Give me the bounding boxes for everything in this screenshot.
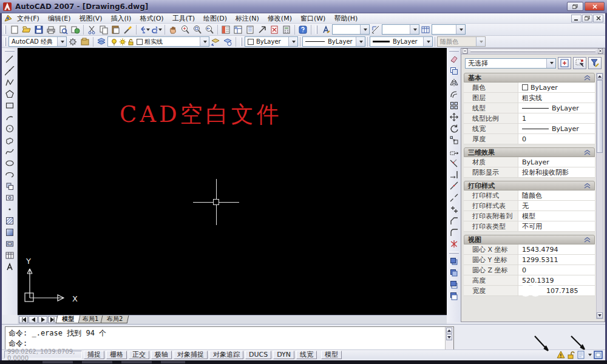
dyn-toggle[interactable]: DYN xyxy=(273,351,294,359)
menu-modify[interactable]: 修改(M) xyxy=(263,13,296,24)
tab-first-button[interactable] xyxy=(19,316,28,323)
restore-button[interactable] xyxy=(567,2,583,11)
command-scrollbar[interactable] xyxy=(445,327,453,350)
prop-value-plotstyle[interactable]: 随颜色 xyxy=(518,190,595,200)
mdi-restore-button[interactable] xyxy=(582,15,592,22)
construction-line-tool[interactable] xyxy=(4,65,16,76)
prop-value-ltscale[interactable]: 1 xyxy=(518,113,595,123)
dim-style-combo[interactable] xyxy=(382,24,419,35)
prop-value-width[interactable]: 107.7185 xyxy=(518,286,595,295)
prop-value-height[interactable]: 520.1319 xyxy=(518,275,595,285)
selection-combo[interactable]: 无选择 xyxy=(465,58,556,69)
trim-tool[interactable] xyxy=(448,157,460,169)
color-combo[interactable]: ByLayer xyxy=(245,36,298,47)
new-button[interactable] xyxy=(8,24,21,35)
insert-block-tool[interactable] xyxy=(4,180,16,192)
rectangle-tool[interactable] xyxy=(4,99,16,111)
toolbar-lock-icon[interactable] xyxy=(567,351,575,359)
text-style-combo[interactable] xyxy=(332,24,370,35)
toolbar-grip[interactable] xyxy=(449,252,459,254)
extend-tool[interactable] xyxy=(448,169,460,180)
draworder-above-tool[interactable] xyxy=(448,278,460,290)
arc-tool[interactable] xyxy=(4,111,16,123)
plot-preview-button[interactable] xyxy=(57,24,69,35)
prop-value-color[interactable]: ByLayer xyxy=(518,83,595,92)
layer-on-icon[interactable] xyxy=(110,38,118,46)
ducs-toggle[interactable]: DUCS xyxy=(245,351,271,359)
palette-title-bar[interactable] xyxy=(461,49,605,55)
scale-tool[interactable] xyxy=(448,134,460,146)
stretch-tool[interactable] xyxy=(448,146,460,157)
publish-button[interactable] xyxy=(69,24,81,35)
layer-manager-button[interactable] xyxy=(95,36,107,47)
join-tool[interactable] xyxy=(448,203,460,215)
mdi-close-button[interactable] xyxy=(593,15,603,22)
collapse-chevron-icon[interactable] xyxy=(584,75,591,81)
hatch-tool[interactable] xyxy=(4,215,16,226)
designcenter-button[interactable] xyxy=(232,24,244,35)
snap-toggle[interactable]: 捕捉 xyxy=(84,351,104,359)
linetype-combo[interactable]: ByLayer xyxy=(302,36,365,47)
tab-next-button[interactable] xyxy=(38,316,47,323)
toolbar-grip[interactable] xyxy=(316,25,317,34)
prop-value-centery[interactable]: 1299.5311 xyxy=(518,255,595,265)
array-tool[interactable] xyxy=(448,99,460,111)
ellipse-arc-tool[interactable] xyxy=(4,169,16,180)
workspace-settings-button[interactable] xyxy=(67,36,79,47)
prop-value-centerz[interactable]: 0 xyxy=(518,265,595,275)
tray-dropdown-arrow[interactable] xyxy=(588,354,592,356)
mirror-tool[interactable] xyxy=(448,76,460,88)
rotate-tool[interactable] xyxy=(448,123,460,134)
line-tool[interactable] xyxy=(4,53,16,65)
section-header[interactable]: 打印样式 xyxy=(464,181,595,190)
make-block-tool[interactable] xyxy=(4,192,16,203)
menu-view[interactable]: 视图(V) xyxy=(75,13,106,24)
toolbar-grip[interactable] xyxy=(4,25,6,34)
toolbar-grip[interactable] xyxy=(4,38,6,46)
circle-tool[interactable] xyxy=(4,123,16,134)
scroll-down-button[interactable] xyxy=(597,312,603,318)
polar-toggle[interactable]: 极轴 xyxy=(151,351,172,359)
lwt-toggle[interactable]: 线宽 xyxy=(296,351,317,359)
ellipse-tool[interactable] xyxy=(4,157,16,169)
prop-value-plotattach[interactable]: 模型 xyxy=(518,211,595,221)
toolbar-grip[interactable] xyxy=(240,38,242,46)
scrollbar-thumb[interactable] xyxy=(597,80,603,153)
draworder-under-tool[interactable] xyxy=(448,290,460,302)
prop-value-plottable[interactable]: 无 xyxy=(518,201,595,211)
point-tool[interactable] xyxy=(4,203,16,215)
layer-combo[interactable]: 粗实线 xyxy=(107,36,209,47)
osnap-toggle[interactable]: 对象捕捉 xyxy=(174,351,208,359)
layer-states-button[interactable] xyxy=(222,36,234,47)
open-button[interactable] xyxy=(21,24,33,35)
toolpalettes-button[interactable] xyxy=(244,24,256,35)
properties-palette-button[interactable] xyxy=(220,24,232,35)
menu-insert[interactable]: 插入(I) xyxy=(107,13,136,24)
paste-button[interactable] xyxy=(110,24,122,35)
zoom-previous-button[interactable] xyxy=(203,24,215,35)
help-button[interactable] xyxy=(297,24,309,35)
comm-center-icon[interactable] xyxy=(557,351,565,359)
toolbar-grip[interactable] xyxy=(449,50,459,52)
palette-grip[interactable] xyxy=(470,50,595,52)
redo-button[interactable] xyxy=(151,24,163,35)
quick-select-button[interactable] xyxy=(588,57,602,69)
menu-edit[interactable]: 编辑(E) xyxy=(44,13,75,24)
copy-tool[interactable] xyxy=(448,65,460,76)
explode-tool[interactable] xyxy=(448,238,460,249)
prop-value-linetype[interactable]: ByLayer xyxy=(518,103,595,113)
spline-tool[interactable] xyxy=(4,146,16,157)
break-at-point-tool[interactable] xyxy=(448,180,460,192)
table-tool[interactable] xyxy=(4,249,16,261)
cut-button[interactable] xyxy=(86,24,98,35)
menu-format[interactable]: 格式(O) xyxy=(135,13,168,24)
select-objects-button[interactable] xyxy=(573,57,586,69)
collapse-chevron-icon[interactable] xyxy=(584,150,591,155)
toolbar-grip[interactable] xyxy=(5,50,15,52)
tab-layout2[interactable]: 布局2 xyxy=(101,315,129,323)
palette-scrollbar[interactable] xyxy=(596,73,603,319)
mtext-tool[interactable] xyxy=(4,261,16,272)
fillet-tool[interactable] xyxy=(448,226,460,238)
gradient-tool[interactable] xyxy=(4,226,16,238)
tab-prev-button[interactable] xyxy=(29,316,38,323)
